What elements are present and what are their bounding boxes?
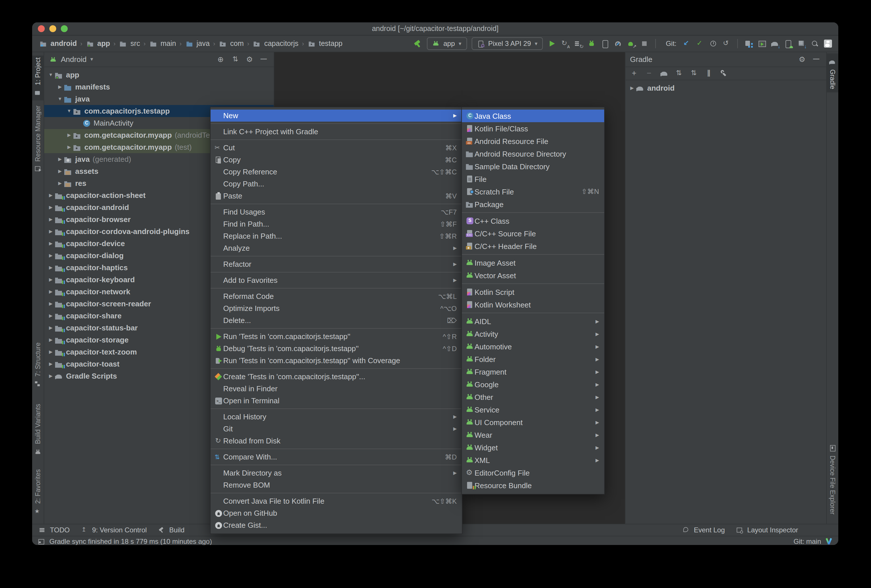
menu-item-copy[interactable]: Copy⌘C xyxy=(211,154,462,166)
tool-tab-1-project[interactable]: 1: Project xyxy=(32,55,43,100)
run-configuration-dropdown[interactable]: app ▼ xyxy=(427,37,467,50)
tree-collapsed-arrow-icon[interactable]: ▶ xyxy=(48,229,54,234)
tree-item-app[interactable]: ▼app xyxy=(44,69,274,81)
toggle-offline-icon[interactable] xyxy=(705,69,714,78)
tree-expanded-arrow-icon[interactable]: ▼ xyxy=(48,72,54,78)
tree-collapsed-arrow-icon[interactable]: ▶ xyxy=(48,374,54,379)
submenu-item-c-class[interactable]: C++ Class xyxy=(462,214,604,227)
history-icon[interactable] xyxy=(709,39,718,48)
device-dropdown[interactable]: Pixel 3 API 29 ▼ xyxy=(471,37,543,50)
submenu-item-android-resource-file[interactable]: Android Resource File xyxy=(462,135,604,147)
tree-collapsed-arrow-icon[interactable]: ▶ xyxy=(48,241,54,246)
breadcrumb-item-capacitorjs[interactable]: capacitorjs xyxy=(251,39,300,48)
attach-debugger-icon[interactable] xyxy=(600,39,610,48)
submenu-item-wear[interactable]: Wear▶ xyxy=(462,428,604,441)
wrench-icon[interactable] xyxy=(720,69,729,78)
tree-collapsed-arrow-icon[interactable]: ▶ xyxy=(57,181,63,186)
submenu-item-service[interactable]: Service▶ xyxy=(462,403,604,416)
attach-process-icon[interactable] xyxy=(627,39,636,48)
submenu-item-fragment[interactable]: Fragment▶ xyxy=(462,365,604,378)
commit-icon[interactable] xyxy=(696,39,705,48)
breadcrumb-item-src[interactable]: src xyxy=(118,39,141,48)
apply-changes-icon[interactable] xyxy=(561,39,570,48)
sdk-manager-icon[interactable] xyxy=(797,39,806,48)
menu-item-cut[interactable]: Cut⌘X xyxy=(211,142,462,154)
submenu-item-package[interactable]: Package xyxy=(462,198,604,211)
menu-item-git[interactable]: Git▶ xyxy=(211,423,462,435)
bottom-bar-item-layout-inspector[interactable]: Layout Inspector xyxy=(735,525,798,535)
avd-manager-icon[interactable] xyxy=(784,39,793,48)
menu-item-add-to-favorites[interactable]: Add to Favorites▶ xyxy=(211,274,462,286)
tree-collapsed-arrow-icon[interactable]: ▶ xyxy=(57,157,63,162)
apply-code-changes-icon[interactable] xyxy=(574,39,583,48)
tree-item-manifests[interactable]: ▶manifests xyxy=(44,81,274,93)
tree-collapsed-arrow-icon[interactable]: ▶ xyxy=(48,337,54,343)
hide-icon[interactable] xyxy=(813,55,822,64)
menu-item-convert-java-file-to-kotlin-file[interactable]: Convert Java File to Kotlin File⌥⇧⌘K xyxy=(211,495,462,507)
tree-item-java[interactable]: ▼java xyxy=(44,93,274,105)
tree-collapsed-arrow-icon[interactable]: ▶ xyxy=(57,169,63,174)
menu-item-find-usages[interactable]: Find Usages⌥F7 xyxy=(211,206,462,218)
tree-collapsed-arrow-icon[interactable]: ▶ xyxy=(48,361,54,367)
tree-collapsed-arrow-icon[interactable]: ▶ xyxy=(66,133,72,138)
gradle-refresh-icon[interactable] xyxy=(660,69,669,78)
menu-item-copy-path[interactable]: Copy Path... xyxy=(211,178,462,190)
submenu-item-image-asset[interactable]: Image Asset xyxy=(462,256,604,269)
stop-icon[interactable] xyxy=(640,39,649,48)
update-icon[interactable] xyxy=(682,39,691,48)
tree-collapsed-arrow-icon[interactable]: ▶ xyxy=(48,217,54,222)
avatar-icon[interactable] xyxy=(823,39,832,48)
locate-icon[interactable] xyxy=(217,55,226,64)
collapse-all-icon[interactable] xyxy=(231,55,240,64)
tree-collapsed-arrow-icon[interactable]: ▶ xyxy=(48,265,54,270)
submenu-item-scratch-file[interactable]: Scratch File⇧⌘N xyxy=(462,185,604,198)
menu-item-run-tests-in-com-capacitorjs-testapp-with-coverage[interactable]: Run 'Tests in 'com.capacitorjs.testapp''… xyxy=(211,355,462,367)
tree-collapsed-arrow-icon[interactable]: ▶ xyxy=(629,85,635,91)
project-structure-icon[interactable] xyxy=(744,39,753,48)
expand-all-icon[interactable] xyxy=(675,69,684,78)
menu-item-remove-bom[interactable]: Remove BOM xyxy=(211,479,462,491)
submenu-item-folder[interactable]: Folder▶ xyxy=(462,353,604,365)
chevron-down-icon[interactable]: ▼ xyxy=(90,57,94,62)
menu-item-mark-directory-as[interactable]: Mark Directory as▶ xyxy=(211,467,462,479)
tool-tab-7-structure[interactable]: 7: Structure xyxy=(32,336,43,396)
menu-item-analyze[interactable]: Analyze▶ xyxy=(211,242,462,254)
project-view-selector[interactable]: Android xyxy=(61,55,87,64)
run-window-icon[interactable] xyxy=(757,39,766,48)
breadcrumb-item-app[interactable]: app xyxy=(85,39,111,48)
bottom-bar-item-event-log[interactable]: Event Log xyxy=(682,525,725,535)
submenu-item-c-c-source-file[interactable]: C/C++ Source File xyxy=(462,227,604,240)
menu-item-link-c-project-with-gradle[interactable]: Link C++ Project with Gradle xyxy=(211,126,462,138)
tool-tab-build-variants[interactable]: Build Variants xyxy=(32,400,43,461)
tree-collapsed-arrow-icon[interactable]: ▶ xyxy=(48,325,54,331)
breadcrumb-item-main[interactable]: main xyxy=(148,39,177,48)
submenu-item-file[interactable]: File xyxy=(462,173,604,185)
tool-tab-gradle[interactable]: Gradle xyxy=(827,53,838,92)
menu-item-open-on-github[interactable]: Open on GitHub xyxy=(211,507,462,519)
hide-icon[interactable] xyxy=(260,55,269,64)
tree-collapsed-arrow-icon[interactable]: ▶ xyxy=(48,289,54,294)
tool-tab-resource-manager[interactable]: Resource Manager xyxy=(32,105,43,175)
menu-item-new[interactable]: New▶ xyxy=(211,109,462,122)
bottom-bar-item-todo[interactable]: TODO xyxy=(38,525,70,535)
submenu-item-kotlin-worksheet[interactable]: Kotlin Worksheet xyxy=(462,298,604,311)
tree-collapsed-arrow-icon[interactable]: ▶ xyxy=(48,253,54,258)
tree-expanded-arrow-icon[interactable]: ▼ xyxy=(66,108,72,114)
submenu-item-c-c-header-file[interactable]: C/C++ Header File xyxy=(462,240,604,253)
menu-item-optimize-imports[interactable]: Optimize Imports^⌥O xyxy=(211,302,462,314)
build-hammer-icon[interactable] xyxy=(413,39,422,48)
breadcrumb-item-android[interactable]: android xyxy=(38,39,78,48)
menu-item-delete[interactable]: Delete...⌦ xyxy=(211,314,462,326)
tree-collapsed-arrow-icon[interactable]: ▶ xyxy=(48,301,54,306)
tree-collapsed-arrow-icon[interactable]: ▶ xyxy=(48,277,54,282)
git-branch-widget[interactable]: Git: main xyxy=(793,537,821,545)
collapse-all-icon[interactable] xyxy=(690,69,699,78)
submenu-item-kotlin-file-class[interactable]: Kotlin File/Class xyxy=(462,122,604,135)
tree-collapsed-arrow-icon[interactable]: ▶ xyxy=(48,193,54,198)
tree-collapsed-arrow-icon[interactable]: ▶ xyxy=(48,205,54,210)
menu-item-open-in-terminal[interactable]: Open in Terminal xyxy=(211,395,462,407)
tree-collapsed-arrow-icon[interactable]: ▶ xyxy=(57,84,63,90)
submenu-item-google[interactable]: Google▶ xyxy=(462,378,604,391)
submenu-item-vector-asset[interactable]: Vector Asset xyxy=(462,269,604,282)
bottom-bar-item-9-version-control[interactable]: 9: Version Control xyxy=(80,525,147,535)
